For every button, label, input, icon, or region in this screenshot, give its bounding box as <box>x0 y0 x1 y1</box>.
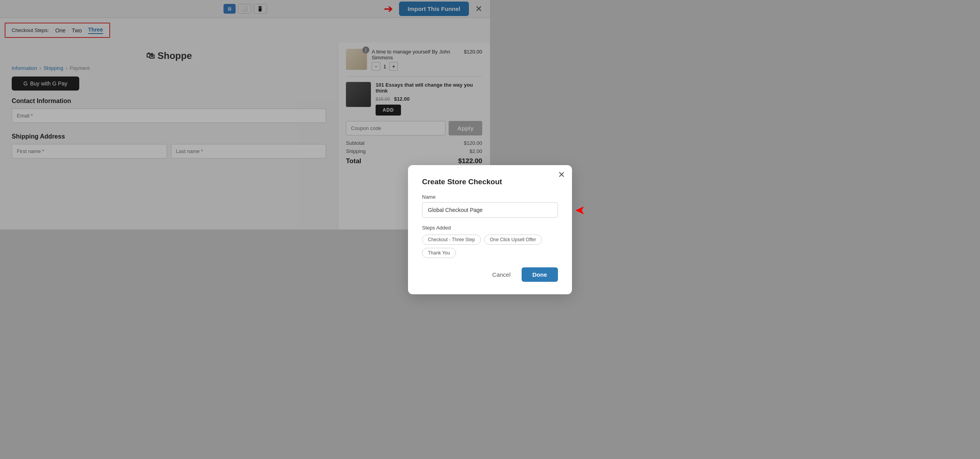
modal-title: Create Store Checkout <box>422 178 490 186</box>
modal-overlay: ✕ Create Store Checkout Name ➤ Steps Add… <box>0 0 490 230</box>
modal-name-label: Name <box>422 194 490 200</box>
modal-name-input[interactable] <box>422 202 490 218</box>
modal-input-wrapper: ➤ <box>422 202 490 218</box>
create-store-checkout-modal: ✕ Create Store Checkout Name ➤ Steps Add… <box>408 165 490 230</box>
modal-steps-added-label: Steps Added <box>422 225 490 230</box>
